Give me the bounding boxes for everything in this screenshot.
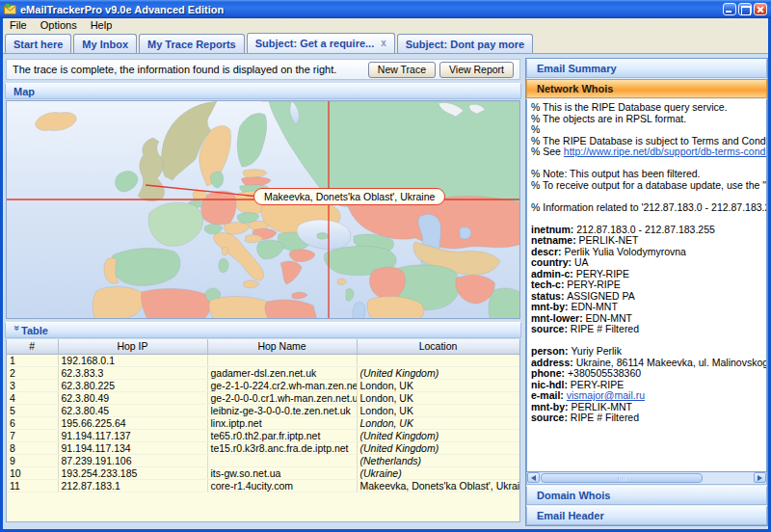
table-cell: 91.194.117.137 <box>58 429 207 441</box>
table-cell: London, UK <box>357 379 519 391</box>
map-tooltip: Makeevka, Donets'ka Oblast', Ukraine <box>253 188 445 205</box>
column-header[interactable]: Hop IP <box>58 339 207 354</box>
whois-line: % To receive output for a database updat… <box>531 180 766 192</box>
minimize-button[interactable] <box>723 3 736 15</box>
table-cell: 192.168.0.1 <box>58 354 207 366</box>
table-cell: core-r1.4ucity.com <box>207 479 357 492</box>
table-cell: Makeevka, Donets'ka Oblast', Ukraine <box>357 479 519 492</box>
table-cell: 62.3.80.225 <box>58 379 207 391</box>
column-header[interactable]: # <box>7 339 58 354</box>
table-cell <box>207 354 357 366</box>
menu-help[interactable]: Help <box>84 18 120 32</box>
close-button[interactable] <box>754 3 767 15</box>
horizontal-scrollbar[interactable] <box>526 472 767 485</box>
table-row[interactable]: 10193.254.233.185its-gw.so.net.ua(Ukrain… <box>7 466 519 479</box>
tab-subject-get-a-require[interactable]: Subject: Get a require...x <box>247 33 395 53</box>
table-row[interactable]: 6195.66.225.64linx.iptp.netLondon, UK <box>7 416 519 429</box>
table-cell: 62.3.80.49 <box>58 391 207 404</box>
tab-label: My Trace Reports <box>147 39 236 50</box>
status-message: The trace is complete, the information f… <box>13 64 364 75</box>
table-cell: 1 <box>7 354 58 366</box>
table-cell <box>207 454 357 466</box>
table-cell: 11 <box>7 479 58 492</box>
table-cell: (United Kingdom) <box>357 441 519 454</box>
table-cell: linx.iptp.net <box>207 416 357 429</box>
section-domain-whois[interactable]: Domain Whois <box>526 486 767 505</box>
table-row[interactable]: 1192.168.0.1 <box>7 354 519 366</box>
table-row[interactable]: 362.3.80.225ge-2-1-0-224.cr2.wh-man.zen.… <box>7 379 519 391</box>
table-panel-header[interactable]: » Table <box>5 322 521 338</box>
window-title: eMailTrackerPro v9.0e Advanced Edition <box>20 4 723 15</box>
table-cell: 8 <box>7 441 58 454</box>
table-row[interactable]: 891.194.117.134te15.r0.k3r8.anc.fra.de.i… <box>7 441 519 454</box>
whois-line <box>531 191 766 202</box>
table-cell: leibniz-ge-3-0-0-0.te.zen.net.uk <box>207 404 357 416</box>
table-row[interactable]: 11212.87.183.1core-r1.4ucity.comMakeevka… <box>7 479 519 492</box>
title-bar[interactable]: eMailTrackerPro v9.0e Advanced Edition <box>0 0 771 18</box>
status-panel: The trace is complete, the information f… <box>6 59 520 80</box>
table-cell: 3 <box>7 379 58 391</box>
tab-label: Subject: Dont pay more <box>406 39 524 50</box>
table-row[interactable]: 262.3.83.3gadamer-dsl.zen.net.uk(United … <box>7 366 519 379</box>
view-report-button[interactable]: View Report <box>439 62 514 78</box>
menu-options[interactable]: Options <box>34 18 84 32</box>
hops-table-container: #Hop IPHop NameLocation 1192.168.0.1262.… <box>6 339 520 522</box>
table-row[interactable]: 462.3.80.49ge-2-0-0-0.cr1.wh-man.zen.net… <box>7 391 519 404</box>
whois-email-link[interactable]: vismajor@mail.ru <box>567 389 645 401</box>
table-row[interactable]: 562.3.80.45leibniz-ge-3-0-0-0.te.zen.net… <box>7 404 519 416</box>
table-cell: 87.239.191.106 <box>58 454 207 466</box>
table-cell: 6 <box>7 416 58 429</box>
network-whois-content[interactable]: % This is the RIPE Database query servic… <box>526 99 767 472</box>
table-row[interactable]: 791.194.117.137te65.r0.th2.par.fr.iptp.n… <box>7 429 519 441</box>
menu-bar: FileOptionsHelp <box>3 18 768 32</box>
right-panel: Email Summary Network Whois % This is th… <box>525 58 768 526</box>
whois-line: source: RIPE # Filtered <box>531 324 766 335</box>
section-email-summary[interactable]: Email Summary <box>526 59 767 78</box>
scroll-left-arrow-icon[interactable] <box>527 472 540 483</box>
map-panel-header[interactable]: Map <box>5 83 521 99</box>
new-trace-button[interactable]: New Trace <box>368 62 436 78</box>
menu-file[interactable]: File <box>3 18 34 32</box>
table-cell: 193.254.233.185 <box>58 466 207 479</box>
table-cell: gadamer-dsl.zen.net.uk <box>207 366 357 379</box>
map-panel-title: Map <box>6 86 35 97</box>
whois-line: % Information related to '212.87.183.0 -… <box>531 202 766 214</box>
table-cell: London, UK <box>357 404 519 416</box>
content-area: The trace is complete, the information f… <box>3 54 768 529</box>
table-cell: 5 <box>7 404 58 416</box>
tab-label: My Inbox <box>82 39 128 50</box>
table-cell: te65.r0.th2.par.fr.iptp.net <box>207 429 357 441</box>
column-header[interactable]: Location <box>357 339 519 354</box>
tab-my-trace-reports[interactable]: My Trace Reports <box>139 34 245 53</box>
table-cell: ge-2-0-0-0.cr1.wh-man.zen.net.uk <box>207 391 357 404</box>
app-icon <box>4 3 16 15</box>
tab-my-inbox[interactable]: My Inbox <box>73 34 137 53</box>
whois-line: % This is the RIPE Database query servic… <box>531 102 766 114</box>
tab-subject-dont-pay-more[interactable]: Subject: Dont pay more <box>397 34 533 53</box>
whois-link[interactable]: http://www.ripe.net/db/support/db-terms-… <box>564 146 767 157</box>
table-cell: (Ukraine) <box>357 466 519 479</box>
table-cell: 7 <box>7 429 58 441</box>
collapse-chevron-icon[interactable]: » <box>12 326 22 335</box>
table-cell: 4 <box>7 391 58 404</box>
maximize-button[interactable] <box>738 3 752 15</box>
map-canvas[interactable]: Makeevka, Donets'ka Oblast', Ukraine <box>6 100 520 319</box>
tab-start-here[interactable]: Start here <box>5 34 71 53</box>
table-cell: 62.3.80.45 <box>58 404 207 416</box>
table-cell: (United Kingdom) <box>357 429 519 441</box>
section-network-whois[interactable]: Network Whois <box>526 79 767 98</box>
table-cell <box>357 354 519 366</box>
tab-bar: Start hereMy InboxMy Trace ReportsSubjec… <box>3 32 768 54</box>
column-header[interactable]: Hop Name <box>207 339 357 354</box>
table-cell: 195.66.225.64 <box>58 416 207 429</box>
scrollbar-thumb[interactable] <box>541 473 703 483</box>
section-email-header[interactable]: Email Header <box>526 506 767 525</box>
table-cell: 62.3.83.3 <box>58 366 207 379</box>
app-window: eMailTrackerPro v9.0e Advanced Edition F… <box>0 0 771 532</box>
whois-line: source: RIPE # Filtered <box>531 412 766 424</box>
scroll-right-arrow-icon[interactable] <box>754 472 766 483</box>
tab-label: Start here <box>13 39 63 50</box>
table-cell: London, UK <box>357 391 519 404</box>
table-row[interactable]: 987.239.191.106(Netherlands) <box>7 454 519 466</box>
tab-close-icon[interactable]: x <box>381 39 386 48</box>
